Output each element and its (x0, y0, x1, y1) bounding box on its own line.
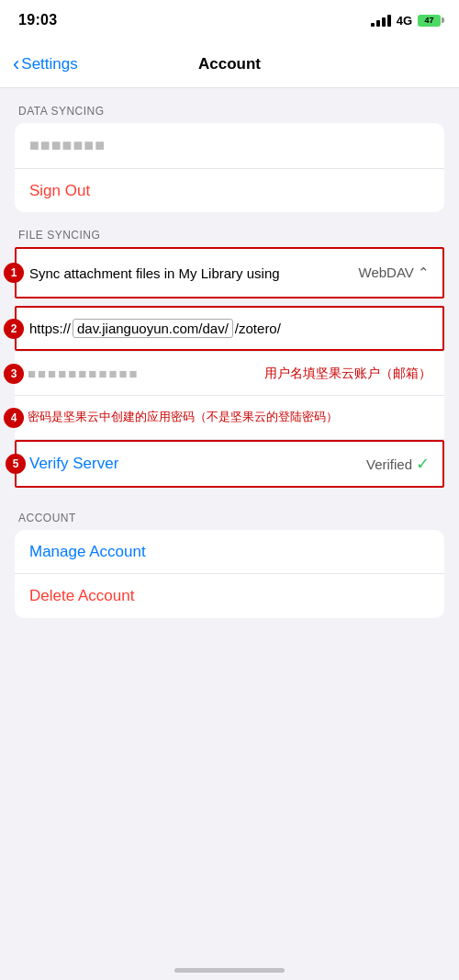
password-row: 4 密码是坚果云中创建的应用密码（不是坚果云的登陆密码） (15, 396, 444, 440)
url-suffix: /zotero/ (235, 321, 281, 336)
url-row: 2 https:// dav.jianguoyun.com/dav/ /zote… (15, 306, 444, 352)
step-2-badge: 2 (4, 319, 24, 339)
password-annotation: 密码是坚果云中创建的应用密码（不是坚果云的登陆密码） (28, 409, 338, 425)
verify-server-button[interactable]: Verify Server (29, 455, 366, 473)
sync-method-label: Sync attachment files in My Library usin… (29, 264, 352, 283)
signal-icon (371, 15, 391, 27)
back-button[interactable]: ‹ Settings (13, 54, 78, 74)
chevron-left-icon: ‹ (13, 54, 19, 74)
step-4-badge: 4 (4, 408, 24, 428)
step-5-badge: 5 (6, 454, 26, 474)
step-1-badge: 1 (4, 263, 24, 283)
sync-method-row: Sync attachment files in My Library usin… (15, 247, 444, 299)
account-section-label: ACCOUNT (0, 495, 459, 530)
battery-icon: 47 (418, 15, 441, 27)
url-prefix: https:// (29, 321, 71, 336)
step-3-badge: 3 (4, 364, 24, 384)
sign-out-button[interactable]: Sign Out (29, 182, 90, 200)
nav-bar: ‹ Settings Account (0, 40, 459, 88)
account-card: Manage Account Delete Account (15, 530, 444, 618)
network-type: 4G (397, 14, 412, 28)
delete-account-row[interactable]: Delete Account (15, 574, 444, 618)
user-display: ■■■■■■■ (15, 123, 444, 168)
delete-account-button[interactable]: Delete Account (29, 587, 134, 605)
data-syncing-label: DATA SYNCING (0, 88, 459, 123)
username-row: 3 ■■■■■■■■■■■ 用户名填坚果云账户（邮箱） (15, 352, 444, 396)
status-time: 19:03 (18, 12, 57, 28)
status-bar: 19:03 4G 47 (0, 0, 459, 40)
status-icons: 4G 47 (371, 14, 441, 28)
file-sync-details-card: 2 https:// dav.jianguoyun.com/dav/ /zote… (15, 306, 444, 488)
username-annotation: 用户名填坚果云账户（邮箱） (264, 366, 431, 382)
back-label: Settings (21, 55, 77, 73)
page-title: Account (198, 55, 261, 73)
verified-checkmark-icon: ✓ (416, 454, 430, 474)
sync-method-value[interactable]: WebDAV ⌃ (359, 265, 430, 281)
verify-server-row[interactable]: 5 Verify Server Verified ✓ (15, 440, 444, 488)
data-syncing-card: ■■■■■■■ Sign Out (15, 123, 444, 212)
username-field[interactable]: ■■■■■■■■■■■ (28, 366, 257, 381)
manage-account-button[interactable]: Manage Account (29, 543, 146, 561)
manage-account-row[interactable]: Manage Account (15, 530, 444, 574)
url-input[interactable]: dav.jianguoyun.com/dav/ (73, 319, 233, 338)
home-indicator (174, 968, 285, 973)
file-syncing-label: FILE SYNCING (0, 212, 459, 247)
verified-status: Verified (366, 456, 412, 472)
